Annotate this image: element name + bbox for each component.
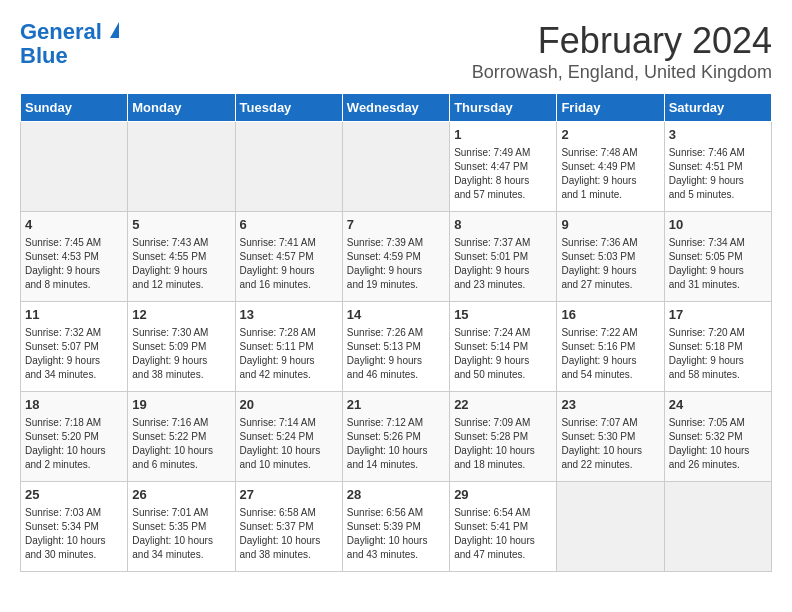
calendar-cell: 28Sunrise: 6:56 AMSunset: 5:39 PMDayligh… bbox=[342, 482, 449, 572]
calendar-cell: 3Sunrise: 7:46 AMSunset: 4:51 PMDaylight… bbox=[664, 122, 771, 212]
calendar-cell: 21Sunrise: 7:12 AMSunset: 5:26 PMDayligh… bbox=[342, 392, 449, 482]
calendar-cell: 29Sunrise: 6:54 AMSunset: 5:41 PMDayligh… bbox=[450, 482, 557, 572]
day-info: Sunrise: 7:28 AMSunset: 5:11 PMDaylight:… bbox=[240, 326, 338, 382]
calendar-cell: 24Sunrise: 7:05 AMSunset: 5:32 PMDayligh… bbox=[664, 392, 771, 482]
calendar-cell: 13Sunrise: 7:28 AMSunset: 5:11 PMDayligh… bbox=[235, 302, 342, 392]
logo-triangle-icon bbox=[110, 22, 119, 38]
day-number: 24 bbox=[669, 396, 767, 414]
day-number: 23 bbox=[561, 396, 659, 414]
calendar-cell: 8Sunrise: 7:37 AMSunset: 5:01 PMDaylight… bbox=[450, 212, 557, 302]
calendar-cell: 15Sunrise: 7:24 AMSunset: 5:14 PMDayligh… bbox=[450, 302, 557, 392]
day-info: Sunrise: 7:03 AMSunset: 5:34 PMDaylight:… bbox=[25, 506, 123, 562]
day-number: 9 bbox=[561, 216, 659, 234]
day-info: Sunrise: 7:09 AMSunset: 5:28 PMDaylight:… bbox=[454, 416, 552, 472]
day-info: Sunrise: 7:20 AMSunset: 5:18 PMDaylight:… bbox=[669, 326, 767, 382]
day-number: 11 bbox=[25, 306, 123, 324]
day-number: 16 bbox=[561, 306, 659, 324]
day-info: Sunrise: 7:34 AMSunset: 5:05 PMDaylight:… bbox=[669, 236, 767, 292]
day-info: Sunrise: 7:37 AMSunset: 5:01 PMDaylight:… bbox=[454, 236, 552, 292]
calendar-cell: 7Sunrise: 7:39 AMSunset: 4:59 PMDaylight… bbox=[342, 212, 449, 302]
week-row-1: 1Sunrise: 7:49 AMSunset: 4:47 PMDaylight… bbox=[21, 122, 772, 212]
day-info: Sunrise: 7:39 AMSunset: 4:59 PMDaylight:… bbox=[347, 236, 445, 292]
page-header: General Blue February 2024 Borrowash, En… bbox=[20, 20, 772, 83]
calendar-cell: 25Sunrise: 7:03 AMSunset: 5:34 PMDayligh… bbox=[21, 482, 128, 572]
day-info: Sunrise: 7:16 AMSunset: 5:22 PMDaylight:… bbox=[132, 416, 230, 472]
subtitle: Borrowash, England, United Kingdom bbox=[472, 62, 772, 83]
calendar-cell: 10Sunrise: 7:34 AMSunset: 5:05 PMDayligh… bbox=[664, 212, 771, 302]
day-number: 15 bbox=[454, 306, 552, 324]
day-number: 14 bbox=[347, 306, 445, 324]
week-row-2: 4Sunrise: 7:45 AMSunset: 4:53 PMDaylight… bbox=[21, 212, 772, 302]
day-info: Sunrise: 7:48 AMSunset: 4:49 PMDaylight:… bbox=[561, 146, 659, 202]
title-block: February 2024 Borrowash, England, United… bbox=[472, 20, 772, 83]
day-number: 10 bbox=[669, 216, 767, 234]
calendar-cell: 26Sunrise: 7:01 AMSunset: 5:35 PMDayligh… bbox=[128, 482, 235, 572]
day-number: 18 bbox=[25, 396, 123, 414]
day-number: 20 bbox=[240, 396, 338, 414]
day-info: Sunrise: 7:22 AMSunset: 5:16 PMDaylight:… bbox=[561, 326, 659, 382]
calendar-cell: 12Sunrise: 7:30 AMSunset: 5:09 PMDayligh… bbox=[128, 302, 235, 392]
day-info: Sunrise: 7:43 AMSunset: 4:55 PMDaylight:… bbox=[132, 236, 230, 292]
day-number: 12 bbox=[132, 306, 230, 324]
day-number: 26 bbox=[132, 486, 230, 504]
day-info: Sunrise: 7:45 AMSunset: 4:53 PMDaylight:… bbox=[25, 236, 123, 292]
logo-general: General bbox=[20, 19, 102, 44]
day-info: Sunrise: 7:26 AMSunset: 5:13 PMDaylight:… bbox=[347, 326, 445, 382]
day-number: 5 bbox=[132, 216, 230, 234]
calendar-table: SundayMondayTuesdayWednesdayThursdayFrid… bbox=[20, 93, 772, 572]
header-cell-sunday: Sunday bbox=[21, 94, 128, 122]
header-cell-saturday: Saturday bbox=[664, 94, 771, 122]
calendar-cell: 22Sunrise: 7:09 AMSunset: 5:28 PMDayligh… bbox=[450, 392, 557, 482]
calendar-cell: 27Sunrise: 6:58 AMSunset: 5:37 PMDayligh… bbox=[235, 482, 342, 572]
day-number: 28 bbox=[347, 486, 445, 504]
day-info: Sunrise: 6:54 AMSunset: 5:41 PMDaylight:… bbox=[454, 506, 552, 562]
header-cell-friday: Friday bbox=[557, 94, 664, 122]
header-cell-monday: Monday bbox=[128, 94, 235, 122]
day-number: 13 bbox=[240, 306, 338, 324]
header-cell-wednesday: Wednesday bbox=[342, 94, 449, 122]
day-number: 29 bbox=[454, 486, 552, 504]
main-title: February 2024 bbox=[472, 20, 772, 62]
day-info: Sunrise: 7:01 AMSunset: 5:35 PMDaylight:… bbox=[132, 506, 230, 562]
calendar-cell: 16Sunrise: 7:22 AMSunset: 5:16 PMDayligh… bbox=[557, 302, 664, 392]
day-info: Sunrise: 7:46 AMSunset: 4:51 PMDaylight:… bbox=[669, 146, 767, 202]
calendar-body: 1Sunrise: 7:49 AMSunset: 4:47 PMDaylight… bbox=[21, 122, 772, 572]
week-row-3: 11Sunrise: 7:32 AMSunset: 5:07 PMDayligh… bbox=[21, 302, 772, 392]
day-number: 7 bbox=[347, 216, 445, 234]
calendar-cell: 18Sunrise: 7:18 AMSunset: 5:20 PMDayligh… bbox=[21, 392, 128, 482]
week-row-5: 25Sunrise: 7:03 AMSunset: 5:34 PMDayligh… bbox=[21, 482, 772, 572]
day-info: Sunrise: 7:14 AMSunset: 5:24 PMDaylight:… bbox=[240, 416, 338, 472]
day-number: 17 bbox=[669, 306, 767, 324]
day-number: 1 bbox=[454, 126, 552, 144]
day-number: 3 bbox=[669, 126, 767, 144]
day-number: 21 bbox=[347, 396, 445, 414]
calendar-cell: 1Sunrise: 7:49 AMSunset: 4:47 PMDaylight… bbox=[450, 122, 557, 212]
day-number: 22 bbox=[454, 396, 552, 414]
header-cell-thursday: Thursday bbox=[450, 94, 557, 122]
day-info: Sunrise: 7:32 AMSunset: 5:07 PMDaylight:… bbox=[25, 326, 123, 382]
day-number: 4 bbox=[25, 216, 123, 234]
day-number: 27 bbox=[240, 486, 338, 504]
logo: General Blue bbox=[20, 20, 119, 68]
calendar-cell: 19Sunrise: 7:16 AMSunset: 5:22 PMDayligh… bbox=[128, 392, 235, 482]
calendar-cell bbox=[235, 122, 342, 212]
header-cell-tuesday: Tuesday bbox=[235, 94, 342, 122]
day-number: 25 bbox=[25, 486, 123, 504]
day-info: Sunrise: 7:12 AMSunset: 5:26 PMDaylight:… bbox=[347, 416, 445, 472]
calendar-cell: 20Sunrise: 7:14 AMSunset: 5:24 PMDayligh… bbox=[235, 392, 342, 482]
day-info: Sunrise: 7:05 AMSunset: 5:32 PMDaylight:… bbox=[669, 416, 767, 472]
day-info: Sunrise: 7:36 AMSunset: 5:03 PMDaylight:… bbox=[561, 236, 659, 292]
calendar-cell bbox=[557, 482, 664, 572]
day-number: 8 bbox=[454, 216, 552, 234]
calendar-cell bbox=[664, 482, 771, 572]
calendar-cell: 9Sunrise: 7:36 AMSunset: 5:03 PMDaylight… bbox=[557, 212, 664, 302]
calendar-cell: 5Sunrise: 7:43 AMSunset: 4:55 PMDaylight… bbox=[128, 212, 235, 302]
day-info: Sunrise: 6:56 AMSunset: 5:39 PMDaylight:… bbox=[347, 506, 445, 562]
calendar-header-row: SundayMondayTuesdayWednesdayThursdayFrid… bbox=[21, 94, 772, 122]
logo-blue: Blue bbox=[20, 44, 119, 68]
calendar-cell: 6Sunrise: 7:41 AMSunset: 4:57 PMDaylight… bbox=[235, 212, 342, 302]
calendar-cell: 4Sunrise: 7:45 AMSunset: 4:53 PMDaylight… bbox=[21, 212, 128, 302]
day-info: Sunrise: 7:07 AMSunset: 5:30 PMDaylight:… bbox=[561, 416, 659, 472]
calendar-cell: 14Sunrise: 7:26 AMSunset: 5:13 PMDayligh… bbox=[342, 302, 449, 392]
calendar-cell: 23Sunrise: 7:07 AMSunset: 5:30 PMDayligh… bbox=[557, 392, 664, 482]
